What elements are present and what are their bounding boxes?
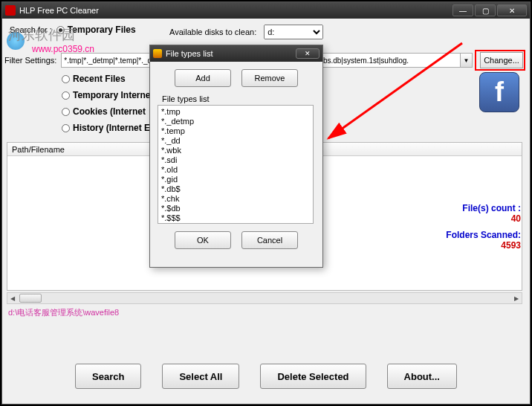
delete-selected-button[interactable]: Delete Selected xyxy=(260,364,366,389)
list-item[interactable]: *.$$$ xyxy=(161,213,310,223)
list-item[interactable]: *.sdi xyxy=(161,155,310,165)
list-item[interactable]: *.tmp xyxy=(161,107,310,117)
ok-button[interactable]: OK xyxy=(175,231,231,249)
list-item[interactable]: *.chk xyxy=(161,194,310,204)
window-title: HLP Free PC Cleaner xyxy=(19,6,451,15)
list-item[interactable]: *.db$ xyxy=(161,184,310,194)
select-all-button[interactable]: Select All xyxy=(162,364,239,389)
search-for-label: Search for : xyxy=(10,25,52,34)
scroll-thumb[interactable] xyxy=(19,294,42,303)
list-item[interactable]: *.temp xyxy=(161,126,310,136)
scroll-right-icon[interactable]: ▶ xyxy=(511,293,522,303)
facebook-button[interactable]: f xyxy=(479,72,519,112)
list-item[interactable]: *.gid xyxy=(161,175,310,184)
titlebar: HLP Free PC Cleaner — ▢ ✕ xyxy=(2,2,530,19)
remove-button[interactable]: Remove xyxy=(241,69,298,87)
list-item[interactable]: *.old xyxy=(161,165,310,175)
minimize-button[interactable]: — xyxy=(452,4,473,16)
change-button[interactable]: Change... xyxy=(480,52,523,68)
radio-temporary-files-label: Temporary Files xyxy=(68,25,136,35)
radio-temporary-internet-label: Temporary Internet xyxy=(73,90,153,100)
file-types-dialog: File types list ✕ Add Remove File types … xyxy=(149,45,323,268)
radio-temporary-internet[interactable] xyxy=(62,91,70,100)
radio-history[interactable] xyxy=(62,124,70,132)
app-icon xyxy=(5,5,16,16)
list-item[interactable]: *.$db xyxy=(161,204,310,213)
dialog-titlebar: File types list ✕ xyxy=(150,45,322,62)
filter-dropdown-icon[interactable]: ▼ xyxy=(461,53,473,68)
files-count-label: File(s) count : xyxy=(446,203,521,213)
files-count-value: 40 xyxy=(446,213,521,224)
radio-temporary-files[interactable] xyxy=(56,26,65,34)
dialog-title: File types list xyxy=(166,49,296,58)
dialog-close-button[interactable]: ✕ xyxy=(296,48,319,59)
about-button[interactable]: About... xyxy=(387,364,457,389)
horizontal-scrollbar[interactable]: ◀ ▶ xyxy=(7,292,522,304)
close-button[interactable]: ✕ xyxy=(497,4,527,16)
list-item[interactable]: *._detmp xyxy=(161,117,310,126)
radio-recent-files[interactable] xyxy=(62,75,70,83)
search-button[interactable]: Search xyxy=(75,364,141,389)
disk-select[interactable]: d: xyxy=(264,25,323,39)
folders-scanned-value: 4593 xyxy=(446,240,521,251)
folders-scanned-label: Folders Scanned: xyxy=(446,230,521,240)
radio-cookies[interactable] xyxy=(62,108,70,116)
file-types-listbox[interactable]: *.tmp*._detmp*.temp*._dd*.wbk*.sdi*.old*… xyxy=(158,105,314,224)
radio-history-label: History (Internet E xyxy=(73,123,150,133)
status-path: d:\电话客服管理系统\wavefile8 xyxy=(8,307,119,318)
maximize-button[interactable]: ▢ xyxy=(475,4,496,16)
stats: File(s) count : 40 Folders Scanned: 4593 xyxy=(446,203,521,251)
filter-settings-label: Filter Settings: xyxy=(4,56,56,65)
list-item[interactable]: *._dd xyxy=(161,136,310,146)
radio-cookies-label: Cookies (Internet xyxy=(73,106,146,117)
scroll-left-icon[interactable]: ◀ xyxy=(7,293,18,303)
list-item[interactable]: *.wbk xyxy=(161,146,310,155)
dialog-icon xyxy=(153,49,162,58)
cancel-button[interactable]: Cancel xyxy=(241,231,298,249)
radio-recent-files-label: Recent Files xyxy=(73,74,126,84)
available-disks-label: Available disks to clean: xyxy=(169,28,256,36)
listbox-label: File types list xyxy=(162,94,315,103)
add-button[interactable]: Add xyxy=(175,69,231,87)
facebook-icon: f xyxy=(495,77,504,108)
